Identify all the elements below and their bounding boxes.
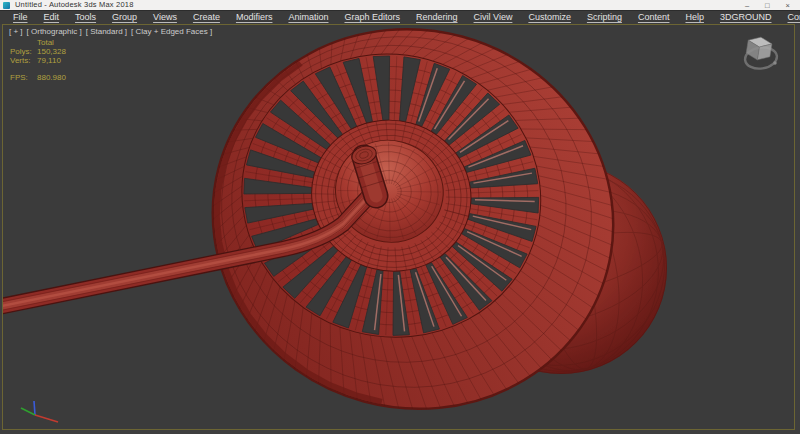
menu-animation[interactable]: Animation (280, 11, 336, 24)
restore-icon[interactable]: □ (765, 1, 770, 10)
world-axis-tripod (8, 394, 68, 426)
stats-polys-row: Polys:150,328 (10, 47, 66, 56)
stats-fps-row: FPS:880.980 (10, 73, 66, 82)
window-title: Untitled - Autodesk 3ds Max 2018 (15, 0, 134, 10)
viewport-label-segment-1[interactable]: [ Orthographic ] (27, 27, 82, 36)
viewcube-cube (745, 35, 772, 61)
menu-items: FileEditToolsGroupViewsCreateModifiersAn… (5, 11, 800, 24)
viewport-statistics: Total Polys:150,328 Verts:79,110 FPS:880… (10, 38, 66, 82)
menu-content[interactable]: Content (630, 11, 678, 24)
verts-label: Verts: (10, 56, 37, 65)
menu-create[interactable]: Create (185, 11, 228, 24)
y-axis (21, 408, 35, 415)
menu-3dground[interactable]: 3DGROUND (712, 11, 780, 24)
menu-edit[interactable]: Edit (36, 11, 68, 24)
viewport-canvas[interactable] (3, 25, 794, 429)
menu-customize[interactable]: Customize (520, 11, 579, 24)
menu-group[interactable]: Group (104, 11, 145, 24)
viewport-label-segment-3[interactable]: [ Clay + Edged Faces ] (131, 27, 212, 36)
viewport-label-segment-0[interactable]: [ + ] (9, 27, 23, 36)
menu-scripting[interactable]: Scripting (579, 11, 630, 24)
menu-help[interactable]: Help (677, 11, 712, 24)
stats-verts-row: Verts:79,110 (10, 56, 66, 65)
menu-bar: FileEditToolsGroupViewsCreateModifiersAn… (0, 10, 800, 24)
viewport-frame: [ + ][ Orthographic ][ Standard ][ Clay … (0, 24, 800, 434)
menu-civil-view[interactable]: Civil View (466, 11, 521, 24)
menu-file[interactable]: File (5, 11, 36, 24)
viewport-label-segment-2[interactable]: [ Standard ] (86, 27, 127, 36)
fps-value: 880.980 (37, 73, 66, 82)
viewport[interactable]: [ + ][ Orthographic ][ Standard ][ Clay … (2, 24, 795, 430)
close-icon[interactable]: × (786, 1, 790, 10)
title-bar: Untitled - Autodesk 3ds Max 2018 – □ × (0, 0, 800, 10)
menu-views[interactable]: Views (145, 11, 185, 24)
z-axis (34, 401, 35, 415)
x-axis (35, 415, 58, 422)
3dsmax-app-icon (3, 2, 10, 9)
view-cube[interactable] (731, 28, 789, 82)
viewport-label: [ + ][ Orthographic ][ Standard ][ Clay … (9, 27, 212, 36)
viewcube-compass-dot (773, 61, 776, 64)
app-window: Untitled - Autodesk 3ds Max 2018 – □ × F… (0, 0, 800, 434)
verts-value: 79,110 (37, 56, 61, 65)
minimize-icon[interactable]: – (745, 1, 749, 10)
menu-tools[interactable]: Tools (67, 11, 104, 24)
window-controls: – □ × (745, 1, 800, 10)
stats-total-header: Total (37, 38, 66, 47)
menu-modifiers[interactable]: Modifiers (228, 11, 281, 24)
polys-label: Polys: (10, 47, 37, 56)
polys-value: 150,328 (37, 47, 66, 56)
menu-graph-editors[interactable]: Graph Editors (336, 11, 408, 24)
menu-rendering[interactable]: Rendering (408, 11, 466, 24)
menu-corona[interactable]: Corona (779, 11, 800, 24)
fps-label: FPS: (10, 73, 37, 82)
